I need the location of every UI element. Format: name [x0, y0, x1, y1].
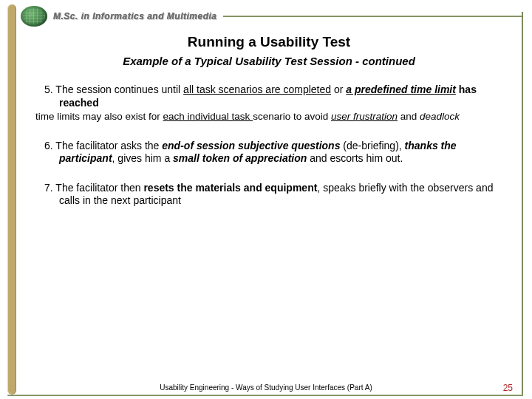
p5n-t2: each individual task	[163, 111, 253, 122]
program-title: M.Sc. in Informatics and Multimedia	[53, 11, 217, 21]
p6-t5: , gives him a	[112, 152, 173, 164]
slide-content: Running a Usability Test Example of a Ty…	[30, 37, 508, 378]
slide-subtitle: Example of a Typical Usability Test Sess…	[30, 55, 508, 67]
globe-icon	[21, 6, 47, 27]
header-bar: M.Sc. in Informatics and Multimedia	[21, 6, 523, 27]
header-rule	[223, 16, 523, 17]
point-7-number: 7.	[44, 182, 53, 194]
slide-title: Running a Usability Test	[30, 34, 508, 50]
p5n-t3: scenario to avoid	[253, 111, 331, 122]
p5-t3: or	[331, 83, 346, 95]
p6-t6: small token of appreciation	[173, 152, 307, 164]
point-5-note: time limits may also exist for each indi…	[30, 111, 508, 123]
p5n-t4: user frustration	[331, 111, 398, 122]
p6-t2: end-of session subjective questions	[162, 140, 340, 151]
left-accent-rail	[7, 4, 16, 395]
p6-t7: and escorts him out.	[307, 152, 403, 164]
point-5: 5. The session continues until all task …	[30, 83, 508, 123]
frame-bottom	[7, 395, 523, 396]
page-number: 25	[503, 383, 513, 393]
footer-text: Usability Engineering - Ways of Studying…	[0, 383, 532, 392]
p7-t2: resets the materials and equipment	[143, 182, 317, 194]
p6-t1: The facilitator asks the	[55, 140, 162, 151]
frame-right	[522, 12, 523, 396]
point-7: 7. The facilitator then resets the mater…	[30, 182, 508, 208]
p7-t1: The facilitator then	[55, 182, 143, 194]
point-5-number: 5.	[44, 83, 53, 95]
point-6-number: 6.	[44, 140, 53, 151]
point-6: 6. The facilitator asks the end-of sessi…	[30, 140, 508, 166]
p5n-t6: deadlock	[420, 111, 460, 122]
p5n-t1: time limits may also exist for	[35, 111, 163, 122]
p5n-t5: and	[398, 111, 420, 122]
p6-t3: (de-briefing),	[340, 140, 404, 151]
p5-t1: The session continues until	[55, 83, 183, 95]
p5-t4: a predefined time limit	[346, 83, 456, 95]
p5-t2: all task scenarios are completed	[183, 83, 331, 95]
